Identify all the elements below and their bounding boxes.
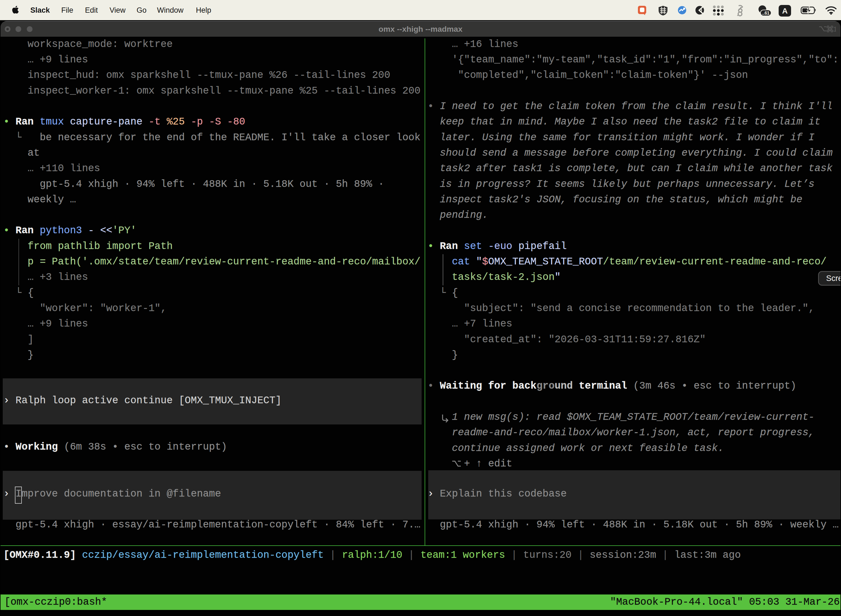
svg-text:A: A — [782, 7, 787, 15]
svg-text:..61: ..61 — [762, 11, 769, 15]
